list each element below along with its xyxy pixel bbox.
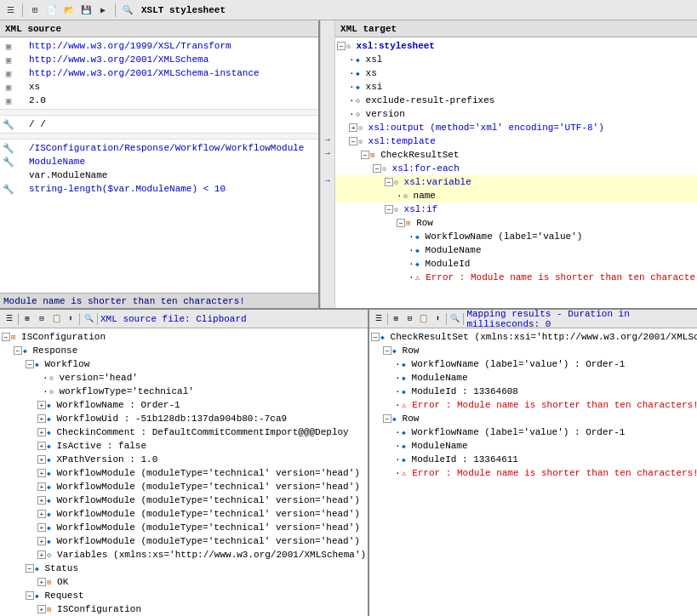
tree-row[interactable]: + WorkflowModule (moduleType='technical'… <box>0 507 368 521</box>
tree-row[interactable]: − ISConfiguration <box>0 330 368 344</box>
copy-icon[interactable]: 📋 <box>50 313 62 325</box>
list-item[interactable]: 🔧 ModuleName <box>0 155 318 168</box>
tree-row[interactable]: · workflowType='technical' <box>0 385 368 398</box>
export-icon[interactable]: ⬆ <box>65 313 77 325</box>
grid-icon[interactable]: ⊞ <box>28 3 42 17</box>
tree-row[interactable]: − Row <box>335 216 697 230</box>
expand-icon[interactable]: − <box>361 151 369 159</box>
expand-icon[interactable]: − <box>26 360 34 368</box>
tree-row[interactable]: − xsl:for-each <box>335 162 697 175</box>
expand-icon[interactable]: + <box>37 537 46 545</box>
tree-row[interactable]: · Error : Module name is shorter than te… <box>369 466 697 480</box>
expand-all-icon[interactable]: ⊞ <box>21 313 33 325</box>
list-item[interactable]: ▣ http://www.w3.org/2001/XMLSchema <box>0 53 318 66</box>
expand-icon[interactable]: − <box>385 178 393 186</box>
tree-row[interactable]: + WorkflowModule (moduleType='technical'… <box>0 480 368 493</box>
tree-row[interactable]: · name <box>335 189 697 202</box>
tree-row[interactable]: · WorkflowName (label='value') : Order-1 <box>369 425 697 439</box>
tree-row[interactable]: · xs <box>335 66 697 80</box>
tree-row[interactable]: · ModuleName <box>335 243 697 257</box>
expand-icon[interactable]: − <box>373 164 381 173</box>
copy-icon[interactable]: 📋 <box>418 313 429 325</box>
expand-icon[interactable]: + <box>349 123 357 132</box>
tree-row[interactable]: − Response <box>0 344 368 357</box>
tree-row[interactable]: + xsl:output (method='xml' encoding='UTF… <box>335 121 697 134</box>
collapse-all-icon[interactable]: ⊟ <box>404 313 415 325</box>
list-item[interactable]: ▣ xs <box>0 80 318 94</box>
expand-icon[interactable]: − <box>14 346 22 355</box>
tree-row[interactable]: · ModuleName <box>369 439 697 453</box>
source-link[interactable]: /ISConfiguration/Response/Workflow/Workf… <box>29 143 304 153</box>
tree-row[interactable]: + WorkflowModule (moduleType='technical'… <box>0 521 368 534</box>
expand-icon[interactable]: − <box>349 137 357 145</box>
expand-icon[interactable]: + <box>37 455 46 464</box>
tree-row[interactable]: · WorkflowName (label='value') : Order-1 <box>369 357 697 371</box>
tree-row[interactable]: · exclude-result-prefixes <box>335 94 697 107</box>
expand-icon[interactable]: − <box>371 333 380 341</box>
menu-icon[interactable]: ☰ <box>373 313 384 325</box>
tree-row[interactable]: − Row <box>369 412 697 425</box>
save-icon[interactable]: 💾 <box>79 3 93 17</box>
tree-row[interactable]: · version='head' <box>0 371 368 385</box>
search-icon[interactable]: 🔍 <box>121 3 134 17</box>
tree-row[interactable]: · ModuleId : 13364608 <box>369 385 697 398</box>
expand-icon[interactable]: + <box>37 414 46 423</box>
search-icon[interactable]: 🔍 <box>449 313 460 325</box>
list-item[interactable]: ▣ http://www.w3.org/2001/XMLSchema-insta… <box>0 66 318 80</box>
tree-row[interactable]: − CheckResultSet <box>335 148 697 162</box>
left-tree-content[interactable]: − ISConfiguration − Response − Workflow <box>0 328 368 616</box>
tree-row[interactable]: · ModuleId : 13364611 <box>369 453 697 466</box>
expand-icon[interactable]: + <box>37 401 46 409</box>
list-item[interactable]: ▣ http://www.w3.org/1999/XSL/Transform <box>0 39 318 53</box>
list-item[interactable]: 🔧 /ISConfiguration/Response/Workflow/Wor… <box>0 141 318 155</box>
tree-row[interactable]: · xsl <box>335 53 697 66</box>
list-item[interactable]: 🔧 string-length($var.ModuleName) < 10 <box>0 182 318 196</box>
expand-icon[interactable]: + <box>37 510 46 518</box>
tree-row[interactable]: + IsActive : false <box>0 439 368 453</box>
open-icon[interactable]: 📂 <box>62 3 76 17</box>
tree-row[interactable]: · xsi <box>335 80 697 94</box>
expand-icon[interactable]: − <box>2 333 10 341</box>
export-icon[interactable]: ⬆ <box>432 313 443 325</box>
source-link[interactable]: string-length($var.ModuleName) < 10 <box>29 184 226 194</box>
tree-row[interactable]: − Status <box>0 562 368 575</box>
expand-icon[interactable]: + <box>37 428 46 436</box>
tree-row[interactable]: + OK <box>0 575 368 589</box>
tree-row[interactable]: + WorkflowName : Order-1 <box>0 398 368 412</box>
expand-icon[interactable]: − <box>383 414 391 423</box>
tree-row[interactable]: − CheckResultSet (xmlns:xsi='http://www.… <box>369 330 697 344</box>
tree-row[interactable]: − Request <box>0 589 368 602</box>
expand-icon[interactable]: − <box>337 42 346 50</box>
tree-row[interactable]: + CheckinComment : DefaultCommitCommentI… <box>0 425 368 439</box>
tree-row[interactable]: − xsl:variable <box>335 175 697 189</box>
tree-row[interactable]: · version <box>335 107 697 121</box>
expand-icon[interactable]: − <box>397 219 405 227</box>
expand-icon[interactable]: + <box>37 442 46 450</box>
source-link[interactable]: ModuleName <box>29 157 85 167</box>
expand-icon[interactable]: + <box>37 469 46 477</box>
tree-row[interactable]: + WorkflowModule (moduleType='technical'… <box>0 534 368 548</box>
source-link[interactable]: http://www.w3.org/1999/XSL/Transform <box>29 41 231 51</box>
list-item[interactable]: var.ModuleName <box>0 168 318 182</box>
list-item[interactable]: ▣ 2.0 <box>0 94 318 107</box>
menu-icon[interactable]: ☰ <box>3 3 17 17</box>
tree-row[interactable]: + WorkflowModule (moduleType='technical'… <box>0 466 368 480</box>
source-link[interactable]: http://www.w3.org/2001/XMLSchema <box>29 54 209 65</box>
target-content[interactable]: − xsl:stylesheet · xsl · xs · <box>335 37 697 308</box>
new-icon[interactable]: 📄 <box>45 3 59 17</box>
expand-icon[interactable]: + <box>37 550 46 559</box>
tree-row[interactable]: + XPathVersion : 1.0 <box>0 453 368 466</box>
expand-all-icon[interactable]: ⊞ <box>390 313 401 325</box>
run-icon[interactable]: ▶ <box>96 3 110 17</box>
right-tree-content[interactable]: − CheckResultSet (xmlns:xsi='http://www.… <box>369 328 697 616</box>
expand-icon[interactable]: + <box>37 578 46 586</box>
expand-icon[interactable]: + <box>37 605 46 613</box>
tree-row[interactable]: · WorkflowName (label='value') <box>335 230 697 243</box>
tree-row[interactable]: − xsl:stylesheet <box>335 39 697 53</box>
tree-row[interactable]: − xsl:template <box>335 134 697 148</box>
expand-icon[interactable]: − <box>26 591 34 600</box>
tree-row[interactable]: − Row <box>369 344 697 357</box>
tree-row[interactable]: + WorkflowModule (moduleType='technical'… <box>0 493 368 507</box>
tree-row[interactable]: − Workflow <box>0 357 368 371</box>
source-link[interactable]: http://www.w3.org/2001/XMLSchema-instanc… <box>29 68 260 78</box>
